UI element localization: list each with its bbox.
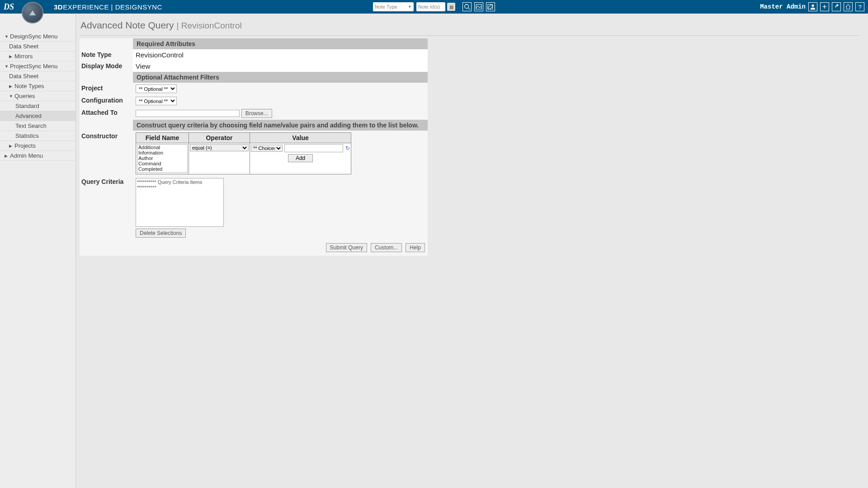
th-operator: Operator (189, 133, 250, 143)
footer-buttons: Submit Query Custom... Help (80, 239, 428, 256)
label-project: Project (80, 83, 133, 94)
help-button[interactable]: Help (406, 243, 425, 252)
chevron-right-icon (9, 144, 14, 148)
value-note-type: RevisionControl (133, 49, 428, 61)
user-icon[interactable] (808, 2, 817, 11)
note-id-input[interactable]: Note Id(s) (416, 2, 445, 11)
sidebar-item-label: Note Types (14, 83, 44, 89)
sidebar-item[interactable]: DesignSync Menu (0, 32, 75, 42)
add-button[interactable]: Add (288, 154, 313, 162)
form-area: Required Attributes Note Type RevisionCo… (80, 38, 428, 256)
sidebar-item[interactable]: Note Types (0, 81, 75, 91)
page-title: Advanced Note Query | RevisionControl (80, 17, 859, 36)
add-icon[interactable]: + (820, 2, 829, 11)
edit-icon[interactable] (486, 2, 495, 11)
project-select[interactable]: ** Optional ** (136, 84, 177, 93)
sidebar-item[interactable]: Text Search (0, 121, 75, 131)
th-field-name: Field Name (136, 133, 189, 143)
svg-point-0 (465, 5, 469, 9)
section-required-header: Required Attributes (133, 38, 428, 49)
attached-to-input[interactable] (136, 110, 240, 117)
label-attached-to: Attached To (80, 107, 133, 118)
svg-line-1 (468, 8, 470, 10)
sidebar-item-label: ProjectSync Menu (10, 63, 58, 70)
app-header: DS 3DEXPERIENCE | DESIGNSYNC Note Type▼ … (0, 0, 868, 14)
keypad-icon[interactable]: ▦ (447, 3, 455, 11)
field-option[interactable]: Command (137, 161, 187, 166)
sidebar-item[interactable]: Admin Menu (0, 151, 75, 161)
value-input[interactable] (284, 144, 343, 152)
value-display-mode: View (133, 61, 428, 72)
label-query-criteria: Query Criteria (80, 176, 133, 187)
sidebar-item-label: Statistics (15, 132, 39, 139)
browse-button[interactable]: Browse... (241, 109, 272, 118)
help-icon[interactable]: ? (855, 2, 864, 11)
chevron-down-icon (5, 34, 9, 39)
chevron-right-icon (5, 154, 9, 158)
layout: DesignSync MenuData SheetMirrorsProjectS… (0, 14, 868, 488)
sidebar-item-label: Text Search (15, 122, 47, 129)
sidebar-item-label: Data Sheet (9, 73, 38, 80)
sidebar-item[interactable]: Advanced (0, 111, 75, 121)
note-type-selector[interactable]: Note Type▼ (373, 2, 414, 11)
field-option[interactable]: Author (137, 155, 187, 161)
delete-selections-button[interactable]: Delete Selections (136, 229, 186, 238)
compass-icon[interactable] (22, 2, 43, 23)
sidebar-item-label: Mirrors (14, 53, 33, 60)
label-constructor: Constructor (80, 131, 133, 141)
sidebar-item-label: Projects (14, 142, 36, 149)
sidebar-item-label: DesignSync Menu (10, 33, 58, 40)
chevron-right-icon (9, 54, 14, 59)
user-label: Master Admin (760, 3, 806, 10)
custom-button[interactable]: Custom... (371, 243, 402, 252)
th-value: Value (250, 133, 351, 143)
sidebar-item[interactable]: ProjectSync Menu (0, 61, 75, 71)
sidebar-item-label: Advanced (15, 113, 42, 119)
submit-query-button[interactable]: Submit Query (326, 243, 367, 252)
brand-title: 3DEXPERIENCE | DESIGNSYNC (54, 3, 162, 11)
sidebar-item[interactable]: Mirrors (0, 52, 75, 61)
label-note-type: Note Type (80, 49, 133, 60)
svg-point-4 (811, 5, 814, 7)
sidebar-item[interactable]: Projects (0, 141, 75, 151)
configuration-select[interactable]: ** Optional ** (136, 97, 177, 105)
home-icon[interactable] (844, 2, 853, 11)
refresh-icon[interactable]: ↻ (345, 145, 350, 151)
sidebar-item[interactable]: Queries (0, 91, 75, 101)
label-display-mode: Display Mode (80, 61, 133, 71)
choices-select[interactable]: ** Choices ** (251, 145, 283, 152)
ds-logo-icon: DS (4, 2, 14, 12)
search-icon[interactable] (462, 2, 472, 11)
chevron-down-icon (9, 94, 14, 99)
sidebar-item[interactable]: Statistics (0, 131, 75, 141)
label-configuration: Configuration (80, 95, 133, 106)
sidebar-item-label: Data Sheet (9, 43, 38, 50)
header-right: Master Admin + ? (760, 2, 864, 11)
field-option[interactable]: Additional Information (137, 145, 187, 155)
section-constructor-hint: Construct query criteria by choosing fie… (133, 120, 428, 131)
sidebar-item-label: Admin Menu (10, 152, 43, 159)
header-search-group: Note Type▼ Note Id(s) ▦ (373, 2, 495, 11)
field-option[interactable]: Creation Date (137, 172, 187, 173)
sidebar-item[interactable]: Data Sheet (0, 42, 75, 52)
sidebar: DesignSync MenuData SheetMirrorsProjectS… (0, 14, 76, 488)
share-icon[interactable] (832, 2, 841, 11)
section-optional-header: Optional Attachment Filters (133, 72, 428, 83)
sidebar-item[interactable]: Standard (0, 101, 75, 111)
image-icon[interactable] (474, 2, 483, 11)
sidebar-item-label: Standard (15, 103, 39, 109)
constructor-table: Field Name Operator Value Additional Inf… (136, 132, 351, 174)
field-option[interactable]: Completed (137, 166, 187, 172)
chevron-down-icon (5, 64, 9, 69)
sidebar-item[interactable]: Data Sheet (0, 71, 75, 81)
operator-select[interactable]: equal (=) (190, 144, 249, 151)
chevron-right-icon (9, 84, 14, 89)
query-criteria-list[interactable]: ********** Query Criteria Items ********… (136, 178, 224, 227)
sidebar-item-label: Queries (14, 93, 35, 99)
main-content: Advanced Note Query | RevisionControl Re… (76, 14, 868, 488)
field-name-list[interactable]: Additional InformationAuthorCommandCompl… (137, 144, 188, 173)
